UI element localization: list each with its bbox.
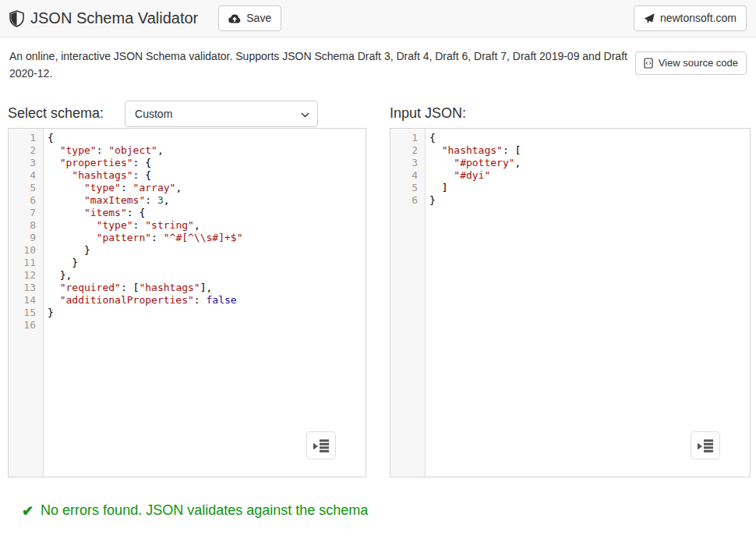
page-title: JSON Schema Validator [30,9,198,27]
code-line[interactable]: "pattern": "^#[^\\s#]+$" [48,232,242,244]
line-number: 2 [390,144,418,157]
code-line[interactable]: }, [48,269,242,282]
code-line[interactable]: } [48,257,242,269]
code-token [48,207,84,218]
json-editor-gutter: 123456 [390,129,426,477]
select-schema-label: Select schema: [8,105,104,122]
code-token: : { [133,169,151,181]
code-token [48,294,60,306]
line-number: 11 [9,257,36,269]
json-editor-code[interactable]: { "hashtags": [ "#pottery", "#dyi" ]} [426,129,521,477]
code-token: : [145,194,157,206]
format-json-button[interactable] [691,431,720,459]
line-number: 4 [9,169,36,182]
json-code-editor[interactable]: 123456 { "hashtags": [ "#pottery", "#dyi… [390,128,751,477]
schema-editor-code[interactable]: { "type": "object", "properties": { "has… [44,129,242,477]
code-token: ], [200,282,213,293]
code-token [48,232,97,243]
code-token: { [48,132,54,144]
header-bar: JSON Schema Validator Save newtonsoft.co… [0,0,756,37]
code-token: : [151,232,164,243]
code-line[interactable]: "additionalProperties": false [48,294,242,307]
code-token: , [157,144,164,156]
code-token: { [429,132,436,144]
code-line[interactable]: { [429,132,521,144]
code-token: false [207,294,237,306]
schema-code-editor[interactable]: 12345678910111213141516 { "type": "objec… [8,128,366,477]
line-number: 3 [9,157,36,169]
code-token: "items" [84,207,127,218]
code-line[interactable]: "items": { [48,207,242,219]
line-number: 8 [9,219,36,232]
code-line[interactable]: "hashtags": [ [429,144,521,157]
code-line[interactable]: "type": "array", [48,182,242,194]
line-number: 4 [390,169,418,182]
code-token: "array" [133,182,176,193]
code-token: "type" [84,182,121,193]
save-button[interactable]: Save [218,5,281,32]
newtonsoft-link-button[interactable]: newtonsoft.com [634,5,747,32]
code-token: "hashtags" [72,169,132,181]
code-line[interactable]: "maxItems": 3, [48,194,242,207]
code-token [48,144,60,156]
app-description: An online, interactive JSON Schema valid… [9,48,633,82]
save-label: Save [246,11,271,27]
validation-status: ✔ No errors found. JSON validates agains… [22,502,756,519]
code-line[interactable]: "#pottery", [429,157,521,169]
code-token [429,157,454,168]
code-token: }, [48,269,72,281]
code-token: "pattern" [97,232,151,243]
code-token [429,144,442,156]
line-number: 1 [390,132,418,144]
code-token: } [48,307,54,318]
code-line[interactable]: } [48,244,242,257]
code-token [48,157,60,168]
view-source-button[interactable]: View source code [635,51,747,75]
indent-icon [313,438,330,452]
json-column: Input JSON: 123456 { "hashtags": [ "#pot… [390,99,751,477]
intro-section: An online, interactive JSON Schema valid… [0,37,756,82]
code-line[interactable]: ] [429,182,521,194]
input-json-label: Input JSON: [390,105,466,122]
schema-column: Select schema: Custom 123456789101112131… [8,99,366,477]
brand: JSON Schema Validator [9,9,198,27]
code-token: : [121,182,133,193]
code-token: : [ [503,144,521,156]
code-line[interactable]: } [429,194,521,207]
code-token [48,282,60,293]
code-token: , [175,182,182,193]
code-token: "string" [145,219,194,231]
code-token: "hashtags" [442,144,503,156]
format-schema-button[interactable] [306,431,336,459]
code-token: } [48,257,78,268]
code-line[interactable]: { [48,132,242,144]
code-token: , [164,194,170,206]
line-number: 6 [390,194,418,207]
code-line[interactable]: "type": "object", [48,144,242,157]
code-token [429,169,454,181]
line-number: 1 [9,132,36,144]
line-number: 16 [9,319,36,332]
code-line[interactable]: "type": "string", [48,219,242,232]
line-number: 14 [9,294,36,307]
code-token: "hashtags" [139,282,200,293]
code-line[interactable]: "hashtags": { [48,169,242,182]
site-link-label: newtonsoft.com [660,11,737,27]
code-line[interactable]: "#dyi" [429,169,521,182]
code-line[interactable]: "properties": { [48,157,242,169]
paper-plane-icon [644,13,655,24]
schema-select[interactable]: Custom [125,101,318,127]
line-number: 15 [9,307,36,319]
line-number: 3 [390,157,418,169]
code-line[interactable]: "required": ["hashtags"], [48,282,242,294]
code-line[interactable] [48,319,242,332]
code-token: : [97,144,109,156]
code-token [48,219,97,231]
line-number: 12 [9,269,36,282]
code-token: : [133,219,146,231]
code-token: : [194,294,207,306]
code-token: ] [429,182,447,193]
code-token: , [515,157,521,168]
code-line[interactable]: } [48,307,242,319]
line-number: 7 [9,207,36,219]
